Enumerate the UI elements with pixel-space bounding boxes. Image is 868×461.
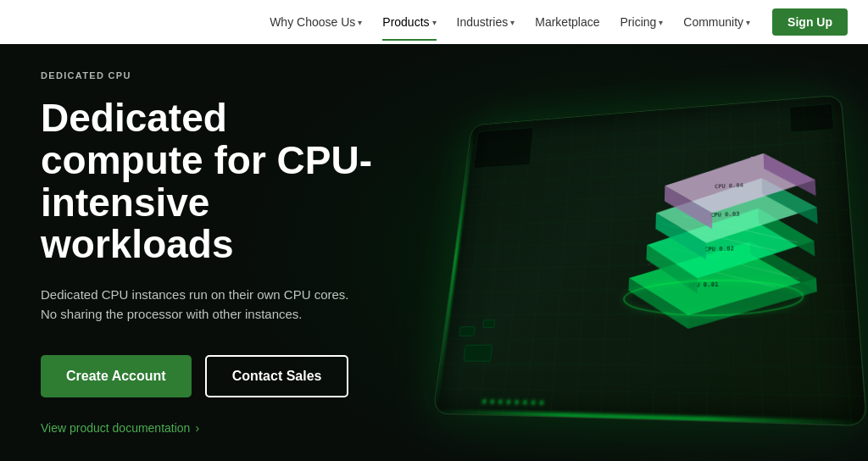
nav-label-industries: Industries [457, 15, 509, 29]
svg-marker-11 [758, 206, 815, 258]
board-component-tr [789, 103, 834, 133]
board-comp-2 [459, 326, 475, 336]
svg-text:CPU 0.01: CPU 0.01 [688, 280, 718, 288]
nav-label-products: Products [382, 15, 429, 29]
connector-dot [523, 400, 527, 404]
nav-item-products[interactable]: Products ▾ [374, 10, 444, 34]
svg-marker-10 [645, 243, 698, 294]
board-glow-bottom [433, 410, 866, 425]
hero-buttons: Create Account Contact Sales [41, 355, 373, 397]
hero-section: CPU 0.01 CPU 0.02 CPU 0.0 [0, 44, 868, 461]
connector-dot [515, 400, 519, 404]
contact-sales-button[interactable]: Contact Sales [205, 355, 349, 397]
svg-marker-0 [627, 239, 818, 316]
svg-marker-2 [750, 239, 817, 292]
pricing-dropdown-icon: ▾ [659, 18, 663, 27]
svg-marker-15 [655, 175, 819, 245]
svg-text:CPU 0.02: CPU 0.02 [704, 245, 734, 253]
nav-label-community: Community [683, 15, 743, 29]
svg-marker-16 [654, 211, 706, 261]
svg-text:CPU 0.04: CPU 0.04 [715, 181, 743, 189]
doc-link-text: View product documentation [41, 421, 190, 435]
svg-line-12 [682, 211, 798, 247]
create-account-button[interactable]: Create Account [41, 355, 192, 397]
svg-marker-19 [665, 150, 817, 215]
connector-dot [498, 399, 503, 403]
nav-label-pricing: Pricing [620, 15, 657, 29]
svg-point-23 [623, 279, 804, 316]
products-dropdown-icon: ▾ [432, 18, 437, 27]
svg-line-13 [662, 219, 776, 255]
svg-marker-1 [627, 277, 689, 330]
connector-dot [482, 399, 487, 403]
nav-label-marketplace: Marketplace [535, 15, 599, 29]
doc-link[interactable]: View product documentation › [41, 421, 373, 435]
svg-text:CPU 0.03: CPU 0.03 [710, 210, 740, 218]
nav-label-why-choose-us: Why Choose Us [270, 15, 355, 29]
signup-button[interactable]: Sign Up [772, 8, 848, 36]
svg-line-6 [648, 248, 673, 265]
nav-item-industries[interactable]: Industries ▾ [448, 10, 524, 34]
connector-row-bottom [482, 399, 544, 405]
navbar: Why Choose Us ▾ Products ▾ Industries ▾ … [0, 0, 868, 44]
connector-dot [539, 401, 543, 405]
cpu-stack-svg: CPU 0.01 CPU 0.02 CPU 0.0 [593, 133, 849, 329]
hero-content: DEDICATED CPU Dedicated compute for CPU-… [0, 70, 373, 434]
board-comp-1 [464, 345, 492, 362]
board-comp-3 [483, 319, 496, 328]
svg-marker-9 [646, 206, 816, 280]
nav-item-why-choose-us[interactable]: Why Choose Us ▾ [261, 10, 370, 34]
board-glow-left [433, 125, 474, 413]
industries-dropdown-icon: ▾ [510, 18, 515, 27]
connector-dot [490, 399, 494, 403]
svg-marker-21 [764, 150, 816, 198]
nav-item-marketplace[interactable]: Marketplace [526, 10, 608, 34]
svg-marker-17 [762, 175, 818, 226]
nav-item-pricing[interactable]: Pricing ▾ [612, 10, 672, 34]
svg-line-4 [673, 244, 799, 281]
svg-marker-3 [688, 278, 819, 329]
connector-dot [531, 400, 535, 404]
svg-marker-20 [664, 183, 712, 230]
why-choose-us-dropdown-icon: ▾ [358, 18, 362, 27]
svg-line-7 [708, 245, 734, 263]
svg-line-5 [650, 253, 775, 289]
doc-link-chevron-icon: › [195, 421, 199, 435]
circuit-board: CPU 0.01 CPU 0.02 CPU 0.0 [432, 94, 867, 426]
connector-dot [506, 400, 510, 404]
hero-headline: Dedicated compute for CPU-intensive work… [41, 97, 373, 266]
hero-eyebrow: DEDICATED CPU [41, 70, 373, 81]
board-component-tl [473, 127, 533, 169]
community-dropdown-icon: ▾ [746, 18, 750, 27]
hero-subtext: Dedicated CPU instances run on their own… [41, 285, 363, 325]
nav-item-community[interactable]: Community ▾ [675, 10, 759, 34]
chip-illustration: CPU 0.01 CPU 0.02 CPU 0.0 [393, 66, 868, 439]
